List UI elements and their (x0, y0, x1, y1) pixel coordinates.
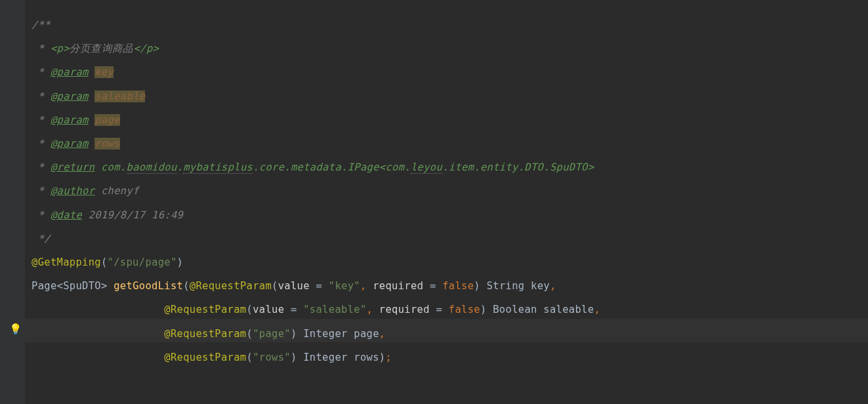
method-signature-line2: @RequestParam(value = "saleable", requir… (31, 304, 600, 315)
javadoc-author: * @author chenyf (31, 185, 139, 197)
javadoc-param-key: * @param key (31, 66, 114, 78)
method-signature-line4: @RequestParam("rows") Integer rows); (31, 352, 392, 363)
javadoc-param-page: * @param page (31, 114, 120, 126)
javadoc-open: /** (31, 19, 51, 31)
javadoc-param-rows: * @param rows (31, 138, 120, 150)
javadoc-param-saleable: * @param saleable (31, 91, 145, 102)
code-editor[interactable]: /** * <p>分页查询商品</p> * @param key * @para… (31, 13, 868, 369)
editor-gutter (0, 0, 25, 404)
javadoc-return: * @return com.baomidou.mybatisplus.core.… (31, 161, 594, 174)
javadoc-line: * <p>分页查询商品</p> (31, 43, 159, 54)
method-signature-line3: @RequestParam("page") Integer page, (31, 328, 385, 340)
javadoc-close: */ (31, 233, 51, 245)
javadoc-date: * @date 2019/8/17 16:49 (31, 209, 183, 221)
lightbulb-icon[interactable]: 💡 (9, 323, 22, 335)
method-signature-line1: Page<SpuDTO> getGoodList(@RequestParam(v… (31, 280, 556, 292)
annotation-getmapping: @GetMapping("/spu/page") (31, 256, 183, 268)
